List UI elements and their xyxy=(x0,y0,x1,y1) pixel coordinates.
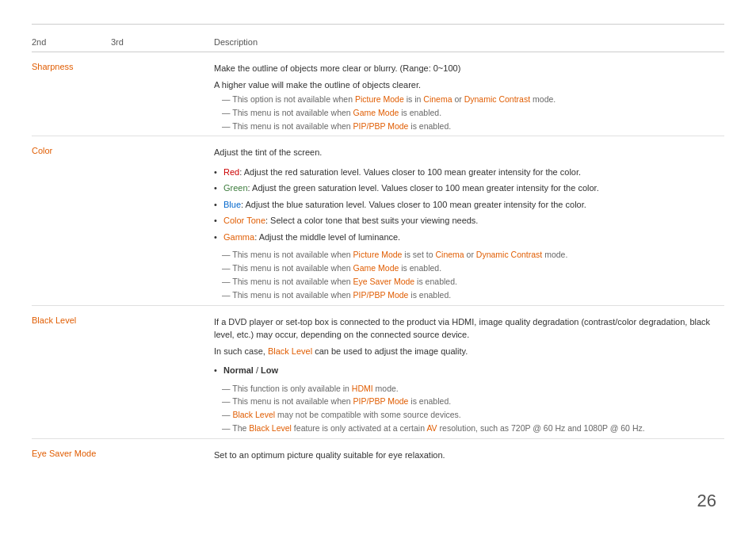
top-border xyxy=(32,24,724,25)
color-note2: This menu is not available when Game Mod… xyxy=(214,262,718,275)
black-level-3rd xyxy=(111,305,214,438)
black-level-note1: This function is only available in HDMI … xyxy=(214,382,718,396)
row-color: Color Adjust the tint of the screen. Red… xyxy=(32,136,724,305)
eye-saver-label: Eye Saver Mode xyxy=(32,438,111,466)
color-main: Adjust the tint of the screen. xyxy=(214,144,718,161)
eye-saver-desc: Set to an optimum picture quality suitab… xyxy=(214,438,724,466)
header-2nd: 2nd xyxy=(32,32,111,52)
color-note4: This menu is not available when PIP/PBP … xyxy=(214,289,718,302)
header-3rd: 3rd xyxy=(111,32,214,52)
black-level-note3: Black Level may not be compatible with s… xyxy=(214,408,718,422)
black-level-note4: The Black Level feature is only activate… xyxy=(214,422,718,435)
row-black-level: Black Level If a DVD player or set-top b… xyxy=(32,305,724,438)
color-bullets: Red: Adjust the red saturation level. Va… xyxy=(214,164,718,246)
color-3rd xyxy=(111,136,214,305)
black-level-note2: This menu is not available when PIP/PBP … xyxy=(214,395,718,408)
color-desc: Adjust the tint of the screen. Red: Adju… xyxy=(214,136,724,305)
black-level-option-item: Normal / Low xyxy=(214,362,718,379)
color-bullet-colortone: Color Tone: Select a color tone that bes… xyxy=(214,212,718,229)
sharpness-label: Sharpness xyxy=(32,52,111,136)
color-bullet-red: Red: Adjust the red saturation level. Va… xyxy=(214,164,718,181)
color-bullet-green: Green: Adjust the green saturation level… xyxy=(214,180,718,197)
color-note1: This menu is not available when Picture … xyxy=(214,248,718,262)
color-bullet-blue: Blue: Adjust the blue saturation level. … xyxy=(214,197,718,213)
eye-saver-3rd xyxy=(111,438,214,466)
row-eye-saver-mode: Eye Saver Mode Set to an optimum picture… xyxy=(32,438,724,466)
sharpness-3rd xyxy=(111,52,214,136)
black-level-sub: In such case, Black Level can be used to… xyxy=(214,343,718,360)
color-label: Color xyxy=(32,136,111,305)
black-level-label: Black Level xyxy=(32,305,111,438)
page-number: 26 xyxy=(697,491,716,511)
black-level-main: If a DVD player or set-top box is connec… xyxy=(214,314,718,343)
sharpness-desc: Make the outline of objects more clear o… xyxy=(214,52,724,136)
sharpness-note1: This option is not available when Pictur… xyxy=(214,93,718,106)
content-table: 2nd 3rd Description Sharpness Make the o… xyxy=(32,32,724,466)
header-desc: Description xyxy=(214,32,724,52)
eye-saver-main: Set to an optimum picture quality suitab… xyxy=(214,447,718,464)
row-sharpness: Sharpness Make the outline of objects mo… xyxy=(32,52,724,136)
black-level-desc: If a DVD player or set-top box is connec… xyxy=(214,305,724,438)
sharpness-note3: This menu is not available when PIP/PBP … xyxy=(214,120,718,133)
color-note3: This menu is not available when Eye Save… xyxy=(214,275,718,289)
black-level-options: Normal / Low xyxy=(214,362,718,379)
color-bullet-gamma: Gamma: Adjust the middle level of lumina… xyxy=(214,229,718,246)
sharpness-sub: A higher value will make the outline of … xyxy=(214,77,718,94)
sharpness-note2: This menu is not available when Game Mod… xyxy=(214,106,718,120)
sharpness-main: Make the outline of objects more clear o… xyxy=(214,60,718,77)
